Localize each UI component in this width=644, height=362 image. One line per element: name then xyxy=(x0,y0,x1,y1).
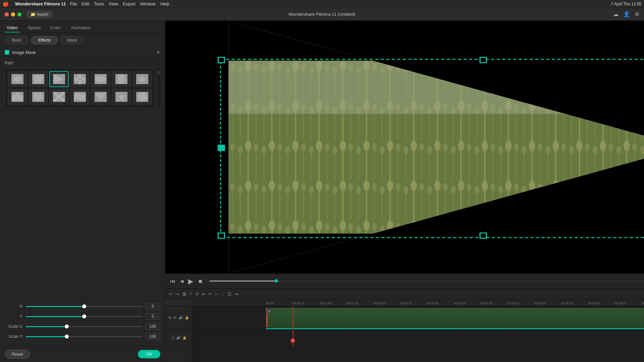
apple-icon[interactable]: 🍎 xyxy=(3,1,9,7)
tab-color[interactable]: Color xyxy=(49,23,63,33)
timeline-right: 00:00 00:00:15 00:01:00 00:01:15 00:02:0… xyxy=(192,299,644,362)
ruler-mark-14: 00:07:00 xyxy=(642,302,644,305)
ruler-mark-0: 00:00 xyxy=(266,302,293,305)
undo-icon[interactable]: ↩ xyxy=(169,291,173,297)
slider-track-x[interactable] xyxy=(26,306,143,307)
slider-track-scaley[interactable] xyxy=(26,336,143,337)
ruler-mark-1: 00:00:15 xyxy=(293,302,320,305)
path-label: Path: xyxy=(5,61,160,65)
list-icon[interactable]: ☰ xyxy=(227,291,232,297)
cloud-icon[interactable]: ☁ xyxy=(613,11,619,17)
subtab-mask[interactable]: Mask xyxy=(60,36,84,44)
slider-track-y[interactable] xyxy=(26,316,143,317)
split-icon[interactable]: ⊢ xyxy=(215,291,219,297)
track1-audio[interactable]: 🔊 xyxy=(179,316,183,319)
mirror-icon[interactable]: ⇌ xyxy=(202,291,206,297)
timeline-left: ⊞ 👁 🔊 🔒 ♪1 🔊 🔒 xyxy=(165,299,192,362)
import-button[interactable]: 📁 Import xyxy=(27,11,52,18)
slider-value-scaley[interactable] xyxy=(145,333,160,340)
slider-track-scalex[interactable] xyxy=(26,326,143,327)
path-item-1[interactable] xyxy=(8,71,27,87)
account-icon[interactable]: 👤 xyxy=(623,11,630,17)
svg-point-22 xyxy=(81,77,86,81)
menu-tools[interactable]: Tools xyxy=(94,1,104,6)
image-mask-close[interactable]: ✕ xyxy=(156,50,160,55)
menu-window[interactable]: Window xyxy=(140,1,156,6)
preview-playhead[interactable] xyxy=(275,279,278,283)
trim-icon[interactable]: ✂ xyxy=(208,291,212,297)
track-audio-lock[interactable]: 🔒 xyxy=(182,336,186,340)
path-item-2[interactable] xyxy=(29,71,48,87)
play-button[interactable]: ▶ xyxy=(188,277,193,285)
tab-video[interactable]: Video xyxy=(5,23,20,33)
ruler-mark-7: 00:03:15 xyxy=(454,302,481,305)
path-grid xyxy=(5,68,155,108)
path-item-3[interactable] xyxy=(49,71,69,87)
playhead[interactable] xyxy=(293,306,293,329)
menu-view[interactable]: View xyxy=(109,1,118,6)
crop-icon[interactable]: ⌗ xyxy=(190,291,192,297)
settings-icon[interactable]: ⚙ xyxy=(635,11,639,17)
path-item-5[interactable] xyxy=(91,71,110,87)
path-item-7[interactable] xyxy=(132,71,152,87)
stop-button[interactable]: ⏹ xyxy=(198,279,203,284)
ruler-mark-4: 00:02:00 xyxy=(373,302,400,305)
track-audio-vol[interactable]: 🔊 xyxy=(176,336,180,340)
track1-eye[interactable]: 👁 xyxy=(173,316,177,320)
menu-help[interactable]: Help xyxy=(160,1,169,6)
video-clip[interactable]: 🎬 xyxy=(266,308,644,327)
svg-rect-91 xyxy=(480,57,486,63)
minimize-button[interactable] xyxy=(11,12,15,16)
tab-animation[interactable]: Animation xyxy=(69,23,93,33)
path-item-4[interactable] xyxy=(70,71,90,87)
path-item-6[interactable] xyxy=(112,71,131,87)
video-track: 🎬 xyxy=(192,306,644,329)
reset-button[interactable]: Reset xyxy=(5,350,30,359)
redo-icon[interactable]: ↪ xyxy=(175,291,179,297)
slider-value-y[interactable] xyxy=(145,313,160,320)
ruler-mark-13: 00:06:15 xyxy=(615,302,642,305)
sliders-section: X: Y: Sc xyxy=(0,300,165,346)
svg-rect-92 xyxy=(480,233,486,238)
traffic-lights xyxy=(5,12,21,16)
menu-export[interactable]: Export xyxy=(123,1,136,6)
track1-lock[interactable]: 🔒 xyxy=(185,316,189,319)
path-item-10[interactable] xyxy=(49,89,69,105)
path-item-14[interactable] xyxy=(132,89,152,105)
ruler-mark-10: 00:05:00 xyxy=(534,302,561,305)
preview-progress-bar[interactable] xyxy=(209,281,644,282)
svg-rect-88 xyxy=(218,233,225,238)
tab-speed[interactable]: Speed xyxy=(26,23,43,33)
slider-value-x[interactable] xyxy=(145,303,160,310)
rotate-icon[interactable]: ↺ xyxy=(195,291,199,297)
path-item-12[interactable] xyxy=(91,89,110,105)
menu-file[interactable]: File xyxy=(70,1,77,6)
ok-button[interactable]: OK xyxy=(138,350,160,358)
menu-edit[interactable]: Edit xyxy=(82,1,89,6)
track1-icon: ⊞ xyxy=(168,316,171,319)
svg-point-4 xyxy=(13,76,21,82)
menubar-time: 7 April Thu 11:55 xyxy=(611,2,641,6)
slider-row-scaley: Scale Y: xyxy=(5,333,160,340)
svg-rect-9 xyxy=(34,75,42,83)
grid-reset-icon[interactable]: ↺ xyxy=(157,70,161,75)
preview-controls: ⏮ ◀ ▶ ⏹ 00:00:01:14 ◀ ▶ Full xyxy=(165,274,644,288)
path-item-8[interactable] xyxy=(8,89,27,105)
close-button[interactable] xyxy=(5,12,9,16)
delete-icon[interactable]: 🗑 xyxy=(182,291,187,297)
transition-icon[interactable]: ⇥ xyxy=(234,291,238,297)
step-back-button[interactable]: ◀ xyxy=(180,279,183,284)
timeline-toolbar: ↩ ↪ 🗑 ⌗ ↺ ⇌ ✂ ⊢ ☰ ⇥ ➕ 🔍 🔎 xyxy=(165,289,644,299)
path-item-9[interactable] xyxy=(29,89,48,105)
subtab-effects[interactable]: Effects xyxy=(31,36,57,44)
fullscreen-button[interactable] xyxy=(17,12,21,16)
path-item-13[interactable] xyxy=(112,89,131,105)
path-item-11[interactable] xyxy=(70,89,90,105)
skip-back-button[interactable]: ⏮ xyxy=(170,278,175,284)
slider-value-scalex[interactable] xyxy=(145,323,160,330)
subtab-basic[interactable]: Basic xyxy=(5,36,29,44)
slider-row-y: Y: xyxy=(5,313,160,320)
import-icon: 📁 xyxy=(31,12,36,17)
image-mask-checkbox[interactable]: ✓ xyxy=(5,50,9,55)
main-layout: Video Speed Color Animation Basic Effect… xyxy=(0,21,644,362)
